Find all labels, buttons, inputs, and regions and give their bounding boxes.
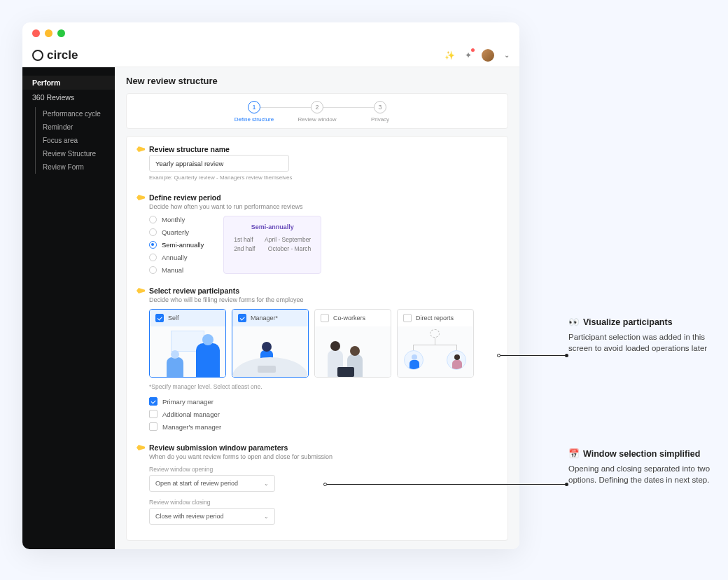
mgr-primary[interactable]: Primary manager	[149, 397, 498, 406]
section-name: Review structure name Example: Quarterly…	[136, 145, 498, 181]
calendar-icon: 📅	[568, 448, 580, 459]
topbar-actions: ✨ ✦ ⌄	[444, 49, 510, 62]
checkbox-icon	[238, 314, 246, 322]
traffic-light-min[interactable]	[45, 29, 52, 37]
logo-icon	[32, 50, 43, 61]
pointer-icon	[136, 445, 145, 450]
sidebar: Perform 360 Reviews Performance cycle Re…	[22, 67, 115, 549]
leader-line	[327, 484, 565, 485]
topbar: circle ✨ ✦ ⌄	[22, 43, 519, 67]
main-content: New review structure 1 Define structure …	[115, 67, 519, 549]
sidebar-item[interactable]: Focus area	[36, 134, 115, 147]
chevron-down-icon: ⌄	[264, 481, 269, 487]
sidebar-section[interactable]: Perform	[22, 76, 115, 90]
period-manual[interactable]: Manual	[149, 266, 204, 274]
avatar[interactable]	[482, 49, 494, 62]
participant-self[interactable]: Self	[149, 309, 226, 378]
titlebar	[22, 22, 519, 43]
period-quarterly[interactable]: Quarterly	[149, 228, 204, 236]
period-monthly[interactable]: Monthly	[149, 216, 204, 223]
pointer-icon	[136, 146, 145, 152]
hint-text: Example: Quarterly review - Managers rev…	[149, 174, 498, 181]
leader-dot	[565, 354, 568, 357]
leader-line	[500, 355, 565, 356]
period-annually[interactable]: Annually	[149, 254, 204, 261]
mgr-additional[interactable]: Additional manager	[149, 410, 498, 418]
sidebar-item[interactable]: Performance cycle	[36, 107, 115, 120]
closing-select[interactable]: Close with review period⌄	[149, 508, 275, 525]
section-participants: Select review participants Decide who wi…	[136, 286, 498, 431]
pointer-icon	[136, 195, 145, 200]
opening-select[interactable]: Open at start of review period⌄	[149, 475, 275, 492]
notification-icon[interactable]: ✦	[465, 50, 472, 60]
callout-window: 📅Window selection simplified Opening and…	[568, 448, 715, 485]
traffic-light-close[interactable]	[32, 29, 40, 37]
participant-direct-reports[interactable]: Direct reports	[397, 309, 474, 378]
logo-text: circle	[47, 48, 78, 62]
pointer-icon	[136, 288, 145, 294]
closing-label: Review window closing	[149, 499, 498, 506]
manager-note: *Specify manager level. Select atleast o…	[149, 383, 498, 390]
checkbox-icon	[321, 314, 329, 322]
chevron-down-icon[interactable]: ⌄	[504, 51, 510, 59]
participant-manager[interactable]: Manager*	[232, 309, 309, 378]
opening-label: Review window opening	[149, 466, 498, 473]
sidebar-subsection[interactable]: 360 Reviews	[22, 90, 115, 107]
footer: ✕Cancel Next→	[126, 548, 508, 549]
traffic-light-max[interactable]	[57, 29, 65, 37]
checkbox-icon	[403, 314, 412, 322]
step-2[interactable]: 2 Review window	[286, 101, 349, 123]
eyes-icon: 👀	[568, 317, 580, 327]
section-period: Define review period Decide how often yo…	[136, 193, 498, 274]
checkbox-icon	[155, 314, 164, 322]
app-window: circle ✨ ✦ ⌄ Perform 360 Reviews Perform…	[22, 22, 519, 549]
stepper-card: 1 Define structure 2 Review window 3 Pri…	[126, 93, 508, 129]
period-semiannually[interactable]: Semi-annually	[149, 241, 204, 249]
mgr-managers[interactable]: Manager's manager	[149, 422, 498, 431]
chevron-down-icon: ⌄	[264, 513, 269, 520]
logo[interactable]: circle	[32, 48, 78, 62]
step-3[interactable]: 3 Privacy	[349, 101, 412, 123]
sidebar-item[interactable]: Review Structure	[36, 147, 115, 160]
sidebar-item[interactable]: Reminder	[36, 120, 115, 134]
magic-icon[interactable]: ✨	[444, 50, 455, 60]
participant-coworkers[interactable]: Co-workers	[314, 309, 391, 378]
step-1[interactable]: 1 Define structure	[223, 101, 286, 123]
structure-name-input[interactable]	[149, 155, 289, 172]
page-title: New review structure	[126, 76, 508, 86]
callout-visualize: 👀Visualize participants Participant sele…	[568, 317, 715, 354]
form-card: Review structure name Example: Quarterly…	[126, 136, 508, 541]
sidebar-item[interactable]: Review Form	[36, 160, 115, 174]
period-preview: Semi-annually 1st halfApril - September …	[223, 216, 321, 274]
